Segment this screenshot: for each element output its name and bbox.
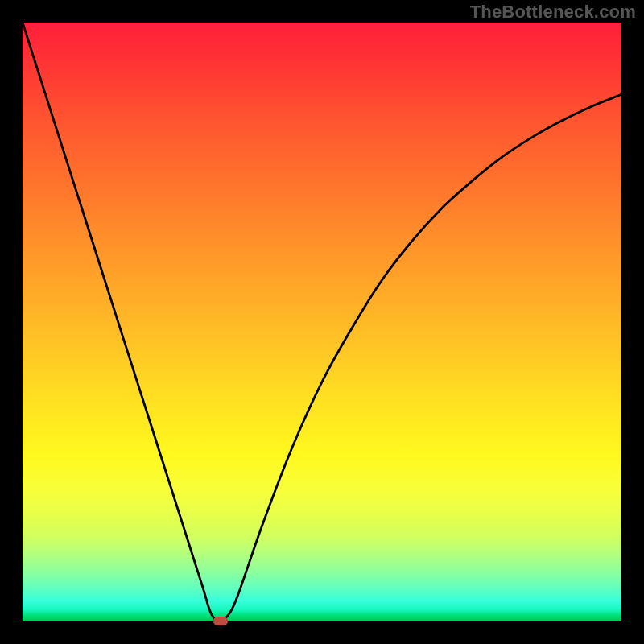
chart-curve-svg	[23, 23, 621, 621]
bottleneck-curve	[23, 23, 621, 621]
chart-plot-area	[23, 23, 621, 621]
watermark-text: TheBottleneck.com	[470, 2, 636, 23]
minimum-marker	[213, 617, 228, 625]
